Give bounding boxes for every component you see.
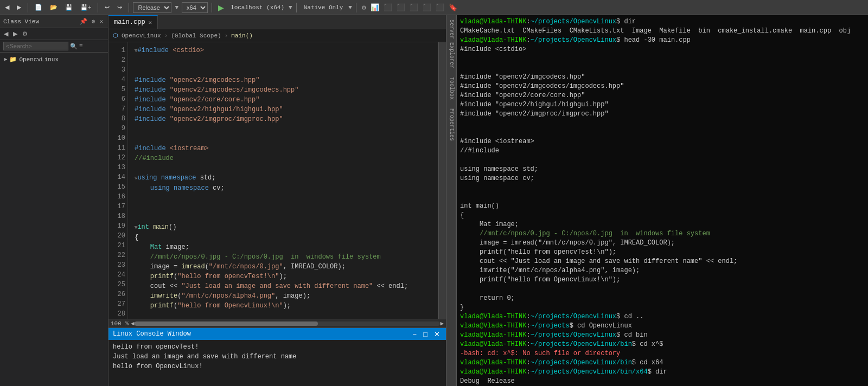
line-num-18: 18 <box>111 211 125 221</box>
icon7[interactable]: ⬛ <box>434 2 446 13</box>
tree-item-label: OpencvLinux <box>19 56 59 63</box>
sidebar-header-icons: 📌 ⚙ ✕ <box>78 17 105 25</box>
line-num-11: 11 <box>111 143 125 153</box>
close-icon[interactable]: ✕ <box>98 17 105 25</box>
scroll-right-btn[interactable]: ▶ <box>440 320 444 327</box>
line-num-5: 5 <box>111 85 125 94</box>
settings-icon[interactable]: ⚙ <box>90 17 97 25</box>
icon6[interactable]: ⬛ <box>421 2 433 13</box>
editor-main: 1 2 3 4 5 6 7 8 9 10 11 12 13 14 15 16 1… <box>108 42 446 319</box>
editor-tabs: main.cpp ✕ <box>108 15 446 29</box>
side-tab-toolbox[interactable]: Toolbox <box>446 73 456 104</box>
line-num-14: 14 <box>111 172 125 182</box>
tree-item-opencvlinux[interactable]: ▶ 📁 OpencvLinux <box>1 55 107 64</box>
forward-btn[interactable]: ▶ <box>14 3 24 12</box>
undo-btn[interactable]: ↩ <box>102 3 112 12</box>
line-num-24: 24 <box>111 270 125 280</box>
sep2 <box>98 3 98 12</box>
icon4[interactable]: ⬛ <box>395 2 407 13</box>
breadcrumb-func: main() <box>231 33 253 39</box>
line-num-8: 8 <box>111 114 125 124</box>
line-num-23: 23 <box>111 260 125 270</box>
console-line-1: hello from opencvTest! <box>113 342 442 352</box>
sep3 <box>129 3 129 12</box>
breadcrumb-sep1: › <box>164 33 168 39</box>
console-header: Linux Console Window − □ ✕ <box>108 328 446 340</box>
line-num-9: 9 <box>111 124 125 133</box>
console-panel: Linux Console Window − □ ✕ hello from op… <box>108 327 446 386</box>
list-icon[interactable]: ≡ <box>79 43 83 49</box>
line-num-1: 1 <box>111 46 125 55</box>
console-line-3: hello from OpencvLinux! <box>113 362 442 371</box>
breadcrumb-sep2: › <box>225 33 228 39</box>
class-view-header: Class View 📌 ⚙ ✕ <box>0 15 108 28</box>
line-num-2: 2 <box>111 55 125 65</box>
class-view-toolbar: ◀ ▶ ⚙ <box>0 28 108 40</box>
cv-back-btn[interactable]: ◀ <box>2 30 10 38</box>
tab-label-main: main.cpp <box>114 18 145 26</box>
back-btn[interactable]: ◀ <box>2 3 12 12</box>
console-output: hello from opencvTest! Just load an imag… <box>108 340 446 386</box>
class-tree: ▶ 📁 OpencvLinux <box>0 53 108 386</box>
cv-forward-btn[interactable]: ▶ <box>11 30 19 38</box>
arch-dropdown[interactable]: x64 x86 <box>182 2 208 13</box>
right-side-tabs: Server Explorer Toolbox Properties <box>446 15 456 386</box>
run-target-label: localhost (x64) <box>228 4 286 11</box>
diag-icon[interactable]: 📊 <box>369 2 381 13</box>
breadcrumb-scope: (Global Scope) <box>171 33 221 39</box>
vertical-scrollbar[interactable] <box>438 42 446 319</box>
run-btn[interactable]: ▶ <box>216 3 226 12</box>
side-tab-server-explorer[interactable]: Server Explorer <box>446 15 456 73</box>
console-close-btn[interactable]: ✕ <box>432 330 442 338</box>
search-box: 🔍 ≡ <box>0 40 108 53</box>
class-view-title: Class View <box>3 18 39 25</box>
project-icon: 📁 <box>9 56 17 63</box>
search-input[interactable] <box>3 42 68 50</box>
breadcrumb-bar: ⬡ OpencvLinux › (Global Scope) › main() <box>108 29 446 42</box>
console-minimize-btn[interactable]: − <box>411 330 419 338</box>
line-num-28: 28 <box>111 309 125 319</box>
redo-btn[interactable]: ↪ <box>114 3 125 12</box>
line-num-10: 10 <box>111 133 125 143</box>
h-scroll-thumb[interactable] <box>135 321 318 326</box>
bookmark-icon[interactable]: 🔖 <box>447 2 459 13</box>
tree-expand-arrow: ▶ <box>4 56 7 62</box>
code-editor[interactable]: ▽#include <cstdio> #include "opencv2/img… <box>128 42 438 319</box>
icon3[interactable]: ⬛ <box>382 2 394 13</box>
side-tab-properties[interactable]: Properties <box>446 104 456 145</box>
line-num-21: 21 <box>111 241 125 250</box>
config-dropdown[interactable]: Release Debug <box>133 2 171 13</box>
save-all-btn[interactable]: 💾+ <box>78 3 94 12</box>
run-arrow: ▼ <box>289 4 292 11</box>
new-file-btn[interactable]: 📄 <box>32 3 45 12</box>
pin-icon[interactable]: 📌 <box>78 17 89 25</box>
center-editor: main.cpp ✕ ⬡ OpencvLinux › (Global Scope… <box>108 15 446 386</box>
toolbar: ◀ ▶ 📄 📂 💾 💾+ ↩ ↪ Release Debug ▼ x64 x86… <box>0 0 868 15</box>
save-btn[interactable]: 💾 <box>62 3 75 12</box>
line-num-22: 22 <box>111 250 125 260</box>
tab-close-main[interactable]: ✕ <box>149 19 152 26</box>
scroll-left-btn[interactable]: ◀ <box>131 320 135 327</box>
search-icon[interactable]: 🔍 <box>70 43 78 50</box>
tab-main-cpp[interactable]: main.cpp ✕ <box>108 15 158 29</box>
open-btn[interactable]: 📂 <box>47 3 60 12</box>
line-numbers: 1 2 3 4 5 6 7 8 9 10 11 12 13 14 15 16 1… <box>108 42 128 319</box>
line-num-17: 17 <box>111 202 125 211</box>
run-config-label: Native Only <box>301 4 347 11</box>
line-num-25: 25 <box>111 280 125 290</box>
horizontal-scrollbar[interactable]: 100 % ◀ ▶ <box>108 319 446 327</box>
breadcrumb-project-icon: ⬡ <box>113 32 118 39</box>
icon5[interactable]: ⬛ <box>408 2 420 13</box>
line-num-6: 6 <box>111 94 125 104</box>
config-dropdown-arrow: ▼ <box>174 4 180 11</box>
line-num-26: 26 <box>111 290 125 299</box>
cv-settings-btn[interactable]: ⚙ <box>21 30 29 38</box>
line-num-15: 15 <box>111 182 125 192</box>
h-scroll-track[interactable] <box>135 321 441 326</box>
line-num-4: 4 <box>111 75 125 85</box>
line-num-20: 20 <box>111 231 125 241</box>
line-num-27: 27 <box>111 299 125 309</box>
perf-icon[interactable]: ⚙ <box>360 2 368 13</box>
line-num-7: 7 <box>111 104 125 114</box>
console-restore-btn[interactable]: □ <box>422 330 429 338</box>
